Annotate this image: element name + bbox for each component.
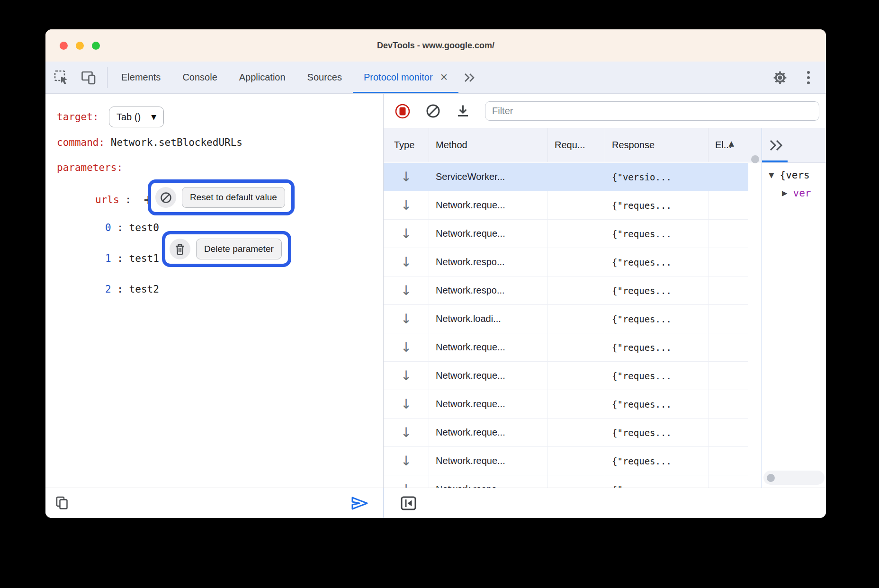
scrollbar-thumb[interactable] xyxy=(751,155,759,163)
scrollbar-thumb[interactable] xyxy=(767,474,775,482)
tabbar-left-icons xyxy=(45,62,97,93)
delete-parameter-button[interactable]: Delete parameter xyxy=(196,239,282,259)
cell-method: Network.reque... xyxy=(429,447,548,475)
send-icon xyxy=(350,495,369,512)
zoom-window-button[interactable] xyxy=(92,42,100,50)
tree-node-child[interactable]: ▶ ver xyxy=(782,187,811,199)
cell-request xyxy=(548,305,605,333)
protocol-monitor-pane: Type Method Requ... Response El... ▲ ↓ S… xyxy=(384,94,826,488)
cell-request xyxy=(548,163,605,191)
main-menu-button[interactable] xyxy=(800,70,816,86)
cell-method: Network.reque... xyxy=(429,419,548,446)
window-title: DevTools - www.google.com/ xyxy=(377,41,494,51)
delete-parameter-icon-button[interactable] xyxy=(170,239,190,259)
target-key: target: xyxy=(57,111,99,123)
cell-elapsed xyxy=(709,191,748,219)
copy-command-button[interactable] xyxy=(55,496,70,511)
tree-node-label: ver xyxy=(793,187,811,199)
sent-message-icon: ↓ xyxy=(384,447,429,475)
table-row[interactable]: ↓ Network.respo... {"reques... xyxy=(384,276,748,305)
cell-method: Network.respo... xyxy=(429,276,548,304)
save-download-button[interactable] xyxy=(455,103,471,119)
inspect-element-button[interactable] xyxy=(53,70,69,86)
tab-protocol-monitor[interactable]: Protocol monitor × xyxy=(353,62,458,93)
command-value[interactable]: Network.setBlockedURLs xyxy=(111,137,242,148)
tree-node-root[interactable]: ▼ {vers xyxy=(769,169,810,181)
tab-console[interactable]: Console xyxy=(171,62,228,93)
gear-icon xyxy=(772,70,788,85)
parameters-row: parameters: xyxy=(57,162,123,173)
target-row: target: xyxy=(57,111,99,123)
reset-to-default-button[interactable]: Reset to default value xyxy=(182,187,285,208)
cell-elapsed xyxy=(709,305,748,333)
tree-node-label: {vers xyxy=(780,169,810,181)
hide-editor-panel-button[interactable] xyxy=(400,495,417,512)
sent-message-icon: ↓ xyxy=(384,220,429,248)
settings-button[interactable] xyxy=(772,70,788,86)
table-row[interactable]: ↓ Network.reque... {"reques... xyxy=(384,419,748,447)
cell-response: {"reques... xyxy=(605,305,709,333)
kebab-menu-icon xyxy=(806,70,811,86)
table-row[interactable]: ↓ Network.respo... {"reques... xyxy=(384,475,748,488)
array-item-row[interactable]: 2 : test2 xyxy=(105,284,159,295)
block-icon xyxy=(160,191,172,204)
cell-elapsed xyxy=(709,447,748,475)
table-row[interactable]: ↓ Network.loadi... {"reques... xyxy=(384,305,748,333)
tree-expanded-icon[interactable]: ▼ xyxy=(769,171,774,179)
close-window-button[interactable] xyxy=(60,42,68,50)
colon: : xyxy=(111,284,129,295)
sent-message-icon: ↓ xyxy=(384,362,429,390)
expand-sidebar-tabs-icon[interactable] xyxy=(768,138,784,152)
monitor-table-body: ↓ ServiceWorker... {"versio... ↓ Network… xyxy=(384,163,748,488)
device-toolbar-icon xyxy=(81,70,97,85)
tree-collapsed-icon[interactable]: ▶ xyxy=(782,189,788,197)
tab-application[interactable]: Application xyxy=(228,62,296,93)
column-header-response[interactable]: Response xyxy=(605,128,709,162)
cell-method: Network.reque... xyxy=(429,390,548,418)
filter-input[interactable] xyxy=(485,101,819,121)
column-header-method[interactable]: Method xyxy=(429,128,548,162)
cdp-editor-pane: target: Tab () ▼ command: Network.setBlo… xyxy=(45,94,384,488)
table-row[interactable]: ↓ Network.reque... {"reques... xyxy=(384,447,748,475)
sidebar-horizontal-scrollbar[interactable] xyxy=(763,471,825,485)
traffic-lights xyxy=(60,29,100,62)
tab-sources[interactable]: Sources xyxy=(296,62,353,93)
window-titlebar: DevTools - www.google.com/ xyxy=(45,29,826,62)
cell-method: Network.loadi... xyxy=(429,305,548,333)
tab-label: Elements xyxy=(121,72,161,83)
array-item-row[interactable]: 0 : test0 xyxy=(105,222,159,233)
column-header-type[interactable]: Type xyxy=(384,128,429,162)
table-row[interactable]: ↓ Network.respo... {"reques... xyxy=(384,248,748,276)
table-row[interactable]: ↓ Network.reque... {"reques... xyxy=(384,333,748,362)
table-row[interactable]: ↓ Network.reque... {"reques... xyxy=(384,191,748,220)
target-selector-dropdown[interactable]: Tab () ▼ xyxy=(109,107,164,127)
cell-elapsed xyxy=(709,419,748,446)
cell-response: {"reques... xyxy=(605,191,709,219)
command-row: command: Network.setBlockedURLs xyxy=(57,137,242,148)
table-vertical-scrollbar[interactable] xyxy=(748,163,762,488)
command-key: command: xyxy=(57,137,105,148)
send-command-button[interactable] xyxy=(350,495,369,512)
cell-response: {"reques... xyxy=(605,475,709,488)
column-header-request[interactable]: Requ... xyxy=(548,128,605,162)
cell-response: {"reques... xyxy=(605,390,709,418)
tab-elements[interactable]: Elements xyxy=(110,62,171,93)
toggle-device-toolbar-button[interactable] xyxy=(81,70,97,86)
column-header-elapsed[interactable]: El... ▲ xyxy=(709,128,748,162)
close-tab-icon[interactable]: × xyxy=(440,71,448,84)
table-row[interactable]: ↓ Network.reque... {"reques... xyxy=(384,362,748,390)
more-tabs-button[interactable] xyxy=(458,62,481,93)
reset-to-default-icon-button[interactable] xyxy=(155,187,176,208)
cell-elapsed xyxy=(709,333,748,361)
table-row[interactable]: ↓ ServiceWorker... {"versio... xyxy=(384,163,748,191)
table-row[interactable]: ↓ Network.reque... {"reques... xyxy=(384,220,748,248)
tabbar-separator xyxy=(107,67,108,88)
cell-request xyxy=(548,475,605,488)
devtools-window: DevTools - www.google.com/ Elements Cons… xyxy=(45,29,826,518)
table-row[interactable]: ↓ Network.reque... {"reques... xyxy=(384,390,748,419)
minimize-window-button[interactable] xyxy=(76,42,84,50)
sidebar-tabstrip xyxy=(762,128,826,163)
array-item-row[interactable]: 1 : test1 xyxy=(105,253,159,264)
clear-all-button[interactable] xyxy=(425,103,441,119)
record-button[interactable] xyxy=(394,103,411,120)
